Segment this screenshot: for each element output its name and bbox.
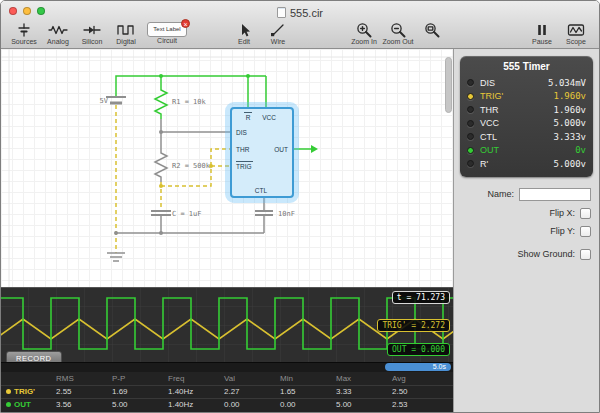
window-header: 555.cir Sources Analog Silicon [1, 1, 599, 49]
close-palette-icon[interactable]: × [181, 19, 190, 28]
toolbar-analog-label: Analog [47, 38, 69, 46]
flip-y-checkbox[interactable] [580, 226, 591, 237]
toolbar-pause-label: Pause [532, 38, 552, 46]
stats-header: Freq [168, 374, 224, 383]
trig-net-wires[interactable] [159, 149, 231, 211]
zoom-in-icon [354, 22, 374, 38]
toolbar-silicon[interactable]: Silicon [75, 22, 109, 46]
resistor-icon [48, 22, 68, 38]
pin-row-reset[interactable]: R' 5.000v [467, 157, 586, 171]
c1-label: C = 1uF [172, 210, 202, 218]
stats-header: P-P [112, 374, 168, 383]
scope-stats: RMS P-P Freq Val Min Max Avg TRIG' 2.55 … [1, 372, 453, 412]
pin-row-vcc[interactable]: VCC 5.000v [467, 117, 586, 131]
stats-header: Max [336, 374, 392, 383]
signal-name: OUT [14, 400, 31, 409]
pin-out-label: OUT [274, 146, 288, 153]
pin-row-ctl[interactable]: CTL 3.333v [467, 130, 586, 144]
pin-trig-label: TRIG [236, 163, 252, 170]
toolbar-zoom-in[interactable]: Zoom In [347, 22, 381, 46]
toolbar-silicon-label: Silicon [82, 38, 103, 46]
toolbar-zoom-out-label: Zoom Out [382, 38, 413, 46]
chip-555[interactable]: R VCC DIS THR TRIG CTL OUT [228, 105, 296, 200]
cursor-icon [234, 22, 254, 38]
scope-panel[interactable]: t = 71.273 TRIG' = 2.272 OUT = 0.000 REC… [1, 287, 453, 372]
resistor-r2[interactable]: R2 = 500k [155, 149, 211, 182]
show-ground-checkbox[interactable] [580, 249, 591, 260]
dis-net-wires[interactable] [159, 119, 231, 149]
signal-name: TRIG' [14, 387, 35, 396]
capacitor-c1[interactable]: C = 1uF [151, 210, 202, 233]
voltage-source-icon [14, 22, 34, 38]
circuit-canvas[interactable]: 5V R1 = 10k [1, 49, 453, 287]
toolbar-edit[interactable]: Edit [227, 22, 261, 46]
scope-timebar[interactable]: 5.0s [1, 362, 453, 372]
diode-icon [82, 22, 102, 38]
pin-row-trig[interactable]: TRIG' 1.960v [467, 90, 586, 104]
trig-value-badge: TRIG' = 2.272 [377, 319, 450, 332]
pin-radio[interactable] [467, 93, 474, 100]
toolbar-zoom-in-label: Zoom In [351, 38, 377, 46]
stats-row-trig[interactable]: TRIG' 2.55 1.69 1.40Hz 2.27 1.65 3.33 2.… [1, 385, 453, 398]
out-color-dot [6, 402, 11, 407]
ground-net-wires[interactable] [107, 105, 125, 261]
toolbar-analog[interactable]: Analog [41, 22, 75, 46]
pin-radio[interactable] [467, 147, 474, 154]
pin-radio[interactable] [467, 79, 474, 86]
resistor-r1[interactable]: R1 = 10k [155, 86, 207, 119]
zoom-window-button[interactable] [37, 7, 45, 15]
show-ground-label: Show Ground: [462, 249, 575, 259]
stats-header: Min [280, 374, 336, 383]
window-title-group: 555.cir [277, 4, 323, 19]
canvas-scrollbar[interactable] [445, 57, 452, 113]
c2-label: 10nF [278, 210, 295, 218]
toolbar-digital-label: Digital [116, 38, 135, 46]
toolbar-digital[interactable]: Digital [109, 22, 143, 46]
square-wave-icon [116, 22, 136, 38]
toolbar-sources-label: Sources [11, 38, 37, 46]
toolbar-zoom-fit[interactable] [415, 22, 449, 38]
battery-5v[interactable]: 5V [100, 97, 126, 105]
minimize-window-button[interactable] [23, 7, 31, 15]
component-inspector-card: 555 Timer DIS 5.034mV TRIG' 1.960v THR 1… [460, 56, 593, 177]
pin-row-dis[interactable]: DIS 5.034mV [467, 76, 586, 90]
name-input[interactable] [519, 188, 591, 201]
toolbar-scope-label: Scope [566, 38, 586, 46]
pin-row-thr[interactable]: THR 1.960v [467, 103, 586, 117]
toolbar-wire[interactable]: Wire [261, 22, 295, 46]
zoom-out-icon [388, 22, 408, 38]
pin-radio[interactable] [467, 106, 474, 113]
stats-header: Avg [392, 374, 448, 383]
close-window-button[interactable] [9, 7, 17, 15]
trig-color-dot [6, 389, 11, 394]
pause-icon [532, 22, 552, 38]
pin-dis-label: DIS [236, 129, 248, 136]
pin-radio[interactable] [467, 133, 474, 140]
battery-label: 5V [100, 97, 109, 105]
inspector-panel: 555 Timer DIS 5.034mV TRIG' 1.960v THR 1… [453, 49, 599, 412]
bottom-rail-wires[interactable] [116, 231, 264, 235]
pen-icon [268, 22, 288, 38]
r2-label: R2 = 500k [172, 162, 211, 170]
app-window: 555.cir Sources Analog Silicon [0, 0, 600, 413]
window-controls [9, 7, 45, 15]
stats-row-out[interactable]: OUT 3.56 5.00 1.40Hz 0.00 0.00 5.00 2.53 [1, 398, 453, 411]
toolbar-scope[interactable]: Scope [559, 22, 593, 46]
toolbar-sources[interactable]: Sources [7, 22, 41, 46]
flip-x-checkbox[interactable] [580, 208, 591, 219]
pin-row-out[interactable]: OUT 0v [467, 144, 586, 158]
toolbar-text-label-palette[interactable]: Text Label × Circuit [143, 22, 191, 45]
zoom-fit-icon [422, 22, 442, 38]
stats-header-row: RMS P-P Freq Val Min Max Avg [1, 372, 453, 385]
toolbar-zoom-out[interactable]: Zoom Out [381, 22, 415, 46]
name-field-label: Name: [462, 189, 514, 199]
flip-x-label: Flip X: [462, 208, 575, 218]
toolbar-wire-label: Wire [271, 38, 285, 46]
time-scale-control[interactable]: 5.0s [385, 363, 451, 371]
window-title: 555.cir [290, 7, 323, 19]
pin-radio[interactable] [467, 120, 474, 127]
time-cursor-badge: t = 71.273 [392, 291, 450, 304]
flip-y-label: Flip Y: [462, 226, 575, 236]
pin-radio[interactable] [467, 160, 474, 167]
toolbar-pause[interactable]: Pause [525, 22, 559, 46]
